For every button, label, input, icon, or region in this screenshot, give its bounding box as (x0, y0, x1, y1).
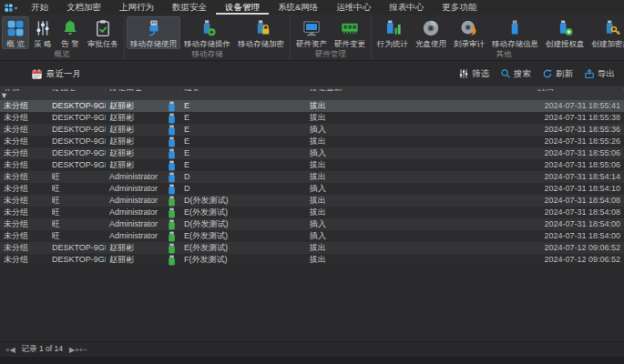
app-menu-button[interactable]: ▾ (0, 3, 22, 13)
filter-bar: 最近一月 筛选搜索刷新导出 (0, 61, 624, 86)
menu-tab[interactable]: 报表中心 (380, 0, 433, 15)
cell-time: 2024-07-31 18:54:00 (534, 218, 624, 230)
cell-time: 2024-07-12 09:06:52 (534, 254, 624, 266)
ribbon-button-label: 审批任务 (87, 39, 118, 48)
ribbon-button[interactable]: 移动存储信息 (488, 16, 542, 49)
menu-tab[interactable]: 系统&网络 (269, 0, 327, 15)
status-bar (0, 357, 624, 364)
usb-lock-icon (251, 17, 271, 39)
refresh-button[interactable]: 刷新 (542, 68, 573, 80)
menu-tab[interactable]: 数据安全 (163, 0, 216, 15)
ribbon-button[interactable]: 光盘使用 (412, 16, 450, 49)
menu-tab[interactable]: 开始 (22, 0, 57, 15)
column-header-user[interactable]: 操作用户 (106, 86, 162, 91)
ribbon-group-label: 其他 (373, 49, 624, 60)
table-row[interactable]: 未分组旺AdministratorD(外发测试)插入2024-07-31 18:… (0, 218, 624, 230)
ribbon-button[interactable]: 概 览 (2, 16, 29, 49)
ribbon-button-label: 概 览 (6, 39, 24, 48)
table-row[interactable]: 未分组DESKTOP-9GBNA80赵丽彬E插入2024-07-31 18:55… (0, 147, 624, 159)
calendar-icon (31, 68, 43, 80)
usb-drive-icon (162, 184, 180, 195)
table-row[interactable]: 未分组旺AdministratorE(外发测试)插入2024-07-31 18:… (0, 230, 624, 242)
cell-disk: E (180, 124, 306, 136)
bell-icon (60, 17, 80, 39)
usb-drive-icon (162, 148, 180, 159)
column-filter-icon[interactable]: ▼ (0, 91, 48, 100)
ribbon-button[interactable]: 硬件变更 (331, 16, 369, 49)
cell-time: 2024-07-12 09:06:52 (534, 242, 624, 254)
menu-tab[interactable]: 设备管理 (216, 0, 269, 15)
table-row[interactable]: 未分组DESKTOP-9GBNA80赵丽彬E插入2024-07-31 18:55… (0, 124, 624, 136)
menu-tab[interactable]: 运维中心 (327, 0, 380, 15)
ribbon-button[interactable]: 创建授权盘 (542, 16, 588, 49)
cell-disk: D(外发测试) (180, 195, 306, 207)
ribbon-button[interactable]: 策 略 (29, 16, 56, 49)
ribbon-button[interactable]: 行为统计 (373, 16, 412, 49)
ribbon-button-label: 创建授权盘 (546, 39, 585, 48)
column-header-disk-icon[interactable] (162, 86, 180, 91)
table-row[interactable]: 未分组DESKTOP-9GBNA80赵丽彬E拔出2024-07-31 18:55… (0, 136, 624, 147)
table-row[interactable]: 未分组DESKTOP-9GBNA80赵丽彬E(外发测试)拔出2024-07-12… (0, 242, 624, 254)
cell-disk: E (180, 112, 306, 124)
table-row[interactable]: 未分组DESKTOP-9GBNA80赵丽彬E拔出2024-07-31 18:55… (0, 100, 624, 112)
table-row[interactable]: 未分组DESKTOP-9GBNA80赵丽彬E拔出2024-07-31 18:55… (0, 112, 624, 124)
cell-terminal: 旺 (48, 207, 106, 218)
ribbon-button[interactable]: 移动存储使用 (127, 16, 180, 49)
filter-icon (458, 68, 469, 79)
filter-button[interactable]: 筛选 (458, 68, 489, 80)
cell-action: 插入 (306, 147, 534, 159)
menu-tab[interactable]: 更多功能 (433, 0, 486, 15)
column-header-terminal[interactable]: 终端名 (48, 86, 106, 91)
table-row[interactable]: 未分组旺AdministratorD插入2024-07-31 18:54:10 (0, 183, 624, 195)
date-range-filter[interactable]: 最近一月 (31, 68, 81, 80)
sliders-icon (33, 17, 53, 39)
cell-time: 2024-07-31 18:55:06 (534, 147, 624, 159)
usb-drive-icon (162, 160, 180, 171)
search-button[interactable]: 搜索 (500, 68, 531, 80)
column-header-action[interactable]: 操作类型 (306, 86, 534, 91)
table-row[interactable]: 未分组旺AdministratorD拔出2024-07-31 18:54:14 (0, 171, 624, 183)
delete-record-button[interactable]: − (83, 346, 87, 354)
usb-plug-icon (144, 17, 164, 39)
cell-group: 未分组 (0, 254, 48, 266)
menu-tab[interactable]: 上网行为 (110, 0, 163, 15)
ribbon-button[interactable]: 移动存储加密 (234, 16, 288, 49)
ribbon-button[interactable]: 审批任务 (84, 16, 122, 49)
cell-user: Administrator (106, 230, 162, 242)
export-button[interactable]: 导出 (584, 68, 615, 80)
date-range-label: 最近一月 (46, 68, 81, 80)
ribbon-button-label: 创建加密盘 (592, 39, 624, 48)
navigator-left-buttons: «◀ (5, 345, 15, 354)
cell-time: 2024-07-31 18:54:08 (534, 195, 624, 207)
ribbon-button[interactable]: 刻录审计 (450, 16, 488, 49)
cell-time: 2024-07-31 18:54:14 (534, 171, 624, 183)
column-header-time[interactable]: 时间 (534, 86, 624, 91)
menu-tab[interactable]: 文档加密 (57, 0, 110, 15)
cell-disk: F(外发测试) (180, 254, 306, 266)
table-row[interactable]: 未分组旺AdministratorD(外发测试)拔出2024-07-31 18:… (0, 195, 624, 207)
table-row[interactable]: 未分组DESKTOP-9GBNA80赵丽彬F(外发测试)拔出2024-07-12… (0, 254, 624, 266)
ribbon-button-label: 移动存储使用 (130, 39, 177, 48)
cell-time: 2024-07-31 18:55:26 (534, 136, 624, 147)
ribbon-button[interactable]: 创建加密盘 (588, 16, 624, 49)
column-header-disk[interactable]: 磁盘 (180, 86, 306, 91)
ribbon-button-label: 移动存储信息 (492, 39, 538, 48)
cell-disk: E (180, 100, 306, 112)
ribbon-button[interactable]: 移动存储操作 (180, 16, 234, 49)
table-row[interactable]: 未分组DESKTOP-9GBNA80赵丽彬E拔出2024-07-31 18:55… (0, 159, 624, 171)
table-row[interactable]: 未分组旺AdministratorE(外发测试)拔出2024-07-31 18:… (0, 207, 624, 218)
ram-icon (340, 17, 360, 39)
cell-disk: E (180, 147, 306, 159)
cell-user: Administrator (106, 183, 162, 195)
cell-time: 2024-07-31 18:55:06 (534, 159, 624, 171)
usb-chart-icon (383, 17, 403, 39)
ribbon-button[interactable]: 告 警 (56, 16, 84, 49)
ribbon-group-items: 概 览策 略告 警审批任务 (2, 15, 122, 49)
ribbon-group: 行为统计光盘使用刻录审计移动存储信息创建授权盘创建加密盘其他 (372, 15, 624, 60)
cell-user: Administrator (106, 218, 162, 230)
cell-time: 2024-07-31 18:54:08 (534, 207, 624, 218)
prev-record-button[interactable]: ◀ (9, 346, 15, 354)
ribbon-button[interactable]: 硬件资产 (292, 16, 331, 49)
cell-disk: E(外发测试) (180, 242, 306, 254)
app-window: ▾ 开始文档加密上网行为数据安全设备管理系统&网络运维中心报表中心更多功能 概 … (0, 0, 624, 364)
